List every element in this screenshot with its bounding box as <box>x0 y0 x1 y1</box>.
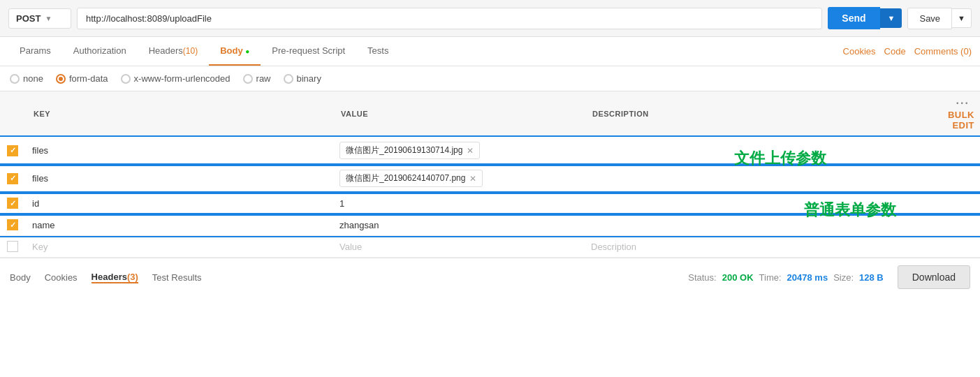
empty-desc-placeholder: Description <box>591 242 636 252</box>
row4-key-cell: name <box>25 214 332 236</box>
row3-actions-cell <box>938 193 980 214</box>
row2-file-remove[interactable]: ✕ <box>469 174 476 184</box>
col-header-value: VALUE <box>332 91 584 137</box>
row3-check-cell <box>0 193 25 214</box>
row1-key: files <box>32 145 48 156</box>
row2-file-tag: 微信图片_20190624140707.png ✕ <box>339 170 483 187</box>
empty-key-placeholder: Key <box>32 242 47 252</box>
save-button-group: Save ▼ <box>907 8 972 29</box>
row2-desc-cell <box>584 165 938 193</box>
bulk-edit-button[interactable]: Bulk Edit <box>948 110 974 131</box>
time-label: Time: <box>759 272 782 283</box>
download-button[interactable]: Download <box>898 265 970 289</box>
row4-value: zhangsan <box>339 220 379 230</box>
bottom-bar: Body Cookies Headers(3) Test Results Sta… <box>0 258 980 296</box>
row1-key-cell: files <box>25 137 332 165</box>
row1-actions-cell: 文件上传参数 <box>938 137 980 165</box>
row2-key-cell: files <box>25 165 332 193</box>
radio-raw-circle <box>243 74 253 84</box>
bottom-tab-headers[interactable]: Headers(3) <box>92 272 138 283</box>
more-options-icon[interactable]: ··· <box>956 97 970 109</box>
annotation-files: 文件上传参数 <box>734 148 826 169</box>
empty-key-cell: Key <box>25 236 332 258</box>
status-value: 200 OK <box>722 272 754 283</box>
col-header-check <box>0 91 25 137</box>
radio-binary[interactable]: binary <box>284 73 321 84</box>
radio-urlencoded[interactable]: x-www-form-urlencoded <box>121 73 231 84</box>
empty-desc-cell: Description <box>584 236 938 258</box>
col-header-desc: DESCRIPTION <box>584 91 938 137</box>
radio-raw[interactable]: raw <box>243 73 271 84</box>
tab-headers[interactable]: Headers(10) <box>138 37 209 66</box>
status-label: Status: <box>688 272 716 283</box>
body-type-bar: none form-data x-www-form-urlencoded raw… <box>0 66 980 91</box>
row3-key-cell: id <box>25 193 332 214</box>
tab-bar-right: Cookies Code Comments (0) <box>843 39 972 64</box>
col-header-key: KEY <box>25 91 332 137</box>
row2-check-cell <box>0 165 25 193</box>
bottom-tab-cookies[interactable]: Cookies <box>45 272 78 283</box>
url-input[interactable] <box>77 8 822 29</box>
empty-check-cell <box>0 236 25 258</box>
params-table: KEY VALUE DESCRIPTION ··· Bulk Edit file… <box>0 91 980 258</box>
tab-authorization[interactable]: Authorization <box>62 37 138 66</box>
empty-value-placeholder: Value <box>339 242 362 252</box>
row4-check-cell <box>0 214 25 236</box>
method-dropdown-arrow: ▼ <box>45 15 52 22</box>
annotation-params: 普通表单参数 <box>804 200 896 221</box>
row1-file-tag: 微信图片_20190619130714.jpg ✕ <box>339 142 480 159</box>
row2-file-name: 微信图片_20190624140707.png <box>346 172 465 184</box>
row2-value-cell: 微信图片_20190624140707.png ✕ <box>332 165 584 193</box>
empty-value-cell: Value <box>332 236 584 258</box>
table-header-row: KEY VALUE DESCRIPTION ··· Bulk Edit <box>0 91 980 137</box>
row4-actions-cell <box>938 214 980 236</box>
table-area: KEY VALUE DESCRIPTION ··· Bulk Edit file… <box>0 91 980 258</box>
send-button[interactable]: Send <box>828 7 879 29</box>
tab-bar: Params Authorization Headers(10) Body ● … <box>0 37 980 66</box>
radio-none-circle <box>10 74 20 84</box>
radio-form-data-circle <box>56 74 66 84</box>
save-dropdown-arrow[interactable]: ▼ <box>952 8 972 28</box>
row3-checkbox[interactable] <box>7 198 18 209</box>
method-label: POST <box>16 13 41 24</box>
radio-binary-circle <box>284 74 293 84</box>
row4-key: name <box>32 220 55 230</box>
row1-check-cell <box>0 137 25 165</box>
send-dropdown-arrow[interactable]: ▼ <box>880 8 902 28</box>
tab-params[interactable]: Params <box>8 37 62 66</box>
status-info: Status: 200 OK Time: 20478 ms Size: 128 … <box>688 272 883 283</box>
size-label: Size: <box>833 272 854 283</box>
size-value: 128 B <box>859 272 884 283</box>
comments-link[interactable]: Comments (0) <box>914 46 972 57</box>
radio-none[interactable]: none <box>10 73 43 84</box>
cookies-link[interactable]: Cookies <box>843 46 876 57</box>
bottom-tab-test-results[interactable]: Test Results <box>152 272 202 283</box>
row4-value-cell: zhangsan <box>332 214 584 236</box>
radio-form-data[interactable]: form-data <box>56 73 108 84</box>
top-bar: POST ▼ Send ▼ Save ▼ <box>0 0 980 37</box>
row1-checkbox[interactable] <box>7 145 18 156</box>
tab-tests[interactable]: Tests <box>356 37 400 66</box>
empty-actions-cell <box>938 236 980 258</box>
row2-actions-cell <box>938 165 980 193</box>
tab-pre-request[interactable]: Pre-request Script <box>261 37 356 66</box>
tab-body[interactable]: Body ● <box>209 37 261 66</box>
table-row: files 微信图片_20190619130714.jpg ✕ 文件上传参数 <box>0 137 980 165</box>
tab-bar-left: Params Authorization Headers(10) Body ● … <box>8 37 843 66</box>
row3-key: id <box>32 198 39 209</box>
bottom-tab-body[interactable]: Body <box>10 272 31 283</box>
row3-value-cell: 1 <box>332 193 584 214</box>
row1-file-name: 微信图片_20190619130714.jpg <box>346 145 462 156</box>
empty-checkbox[interactable] <box>7 241 18 252</box>
row2-checkbox[interactable] <box>7 173 18 184</box>
table-row: files 微信图片_20190624140707.png ✕ <box>0 165 980 193</box>
send-button-group: Send ▼ <box>828 7 902 29</box>
code-link[interactable]: Code <box>884 46 906 57</box>
save-button[interactable]: Save <box>907 8 952 29</box>
row3-desc-cell: 普通表单参数 <box>584 193 938 214</box>
method-select[interactable]: POST ▼ <box>8 8 71 29</box>
row1-file-remove[interactable]: ✕ <box>467 146 474 156</box>
row2-key: files <box>32 173 48 184</box>
row4-checkbox[interactable] <box>7 219 18 230</box>
row3-value: 1 <box>339 198 344 209</box>
